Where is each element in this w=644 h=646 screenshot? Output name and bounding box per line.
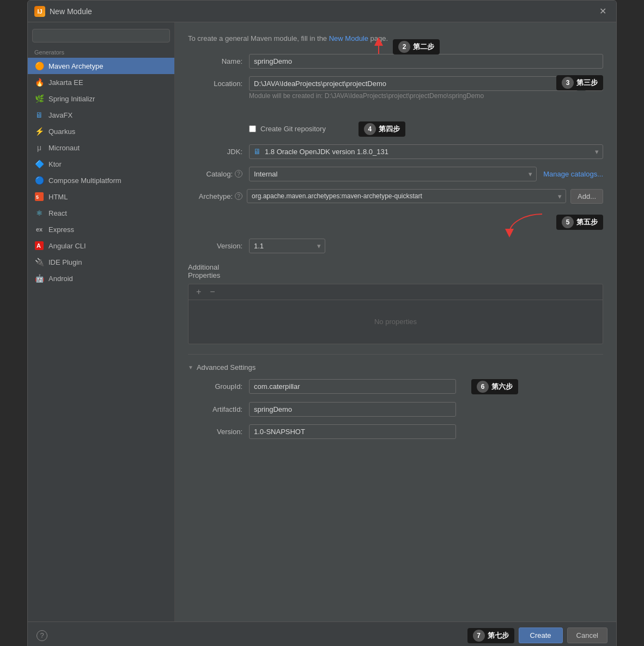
javafx-icon: 🖥 <box>34 110 44 120</box>
sidebar-label-express: Express <box>48 226 74 234</box>
maven-icon: 🟠 <box>34 61 44 71</box>
step5-label: 第五步 <box>576 217 598 227</box>
advanced-settings-section: ▼ Advanced Settings GroupId: 6 第六步 Artif… <box>188 354 603 439</box>
location-input[interactable] <box>249 76 578 91</box>
catalog-help-icon[interactable]: ? <box>235 170 242 178</box>
sidebar-label-spring: Spring Initializr <box>48 95 95 103</box>
add-property-button[interactable]: + <box>194 288 203 296</box>
step3-label: 第三步 <box>576 78 598 88</box>
archetype-row: Archetype: ? org.apache.maven.archetypes… <box>188 189 603 204</box>
sidebar-item-ktor[interactable]: 🔷 Ktor <box>28 156 174 172</box>
module-path-info: Module will be created in: D:\JAVA\IdeaP… <box>249 92 603 100</box>
add-archetype-button[interactable]: Add... <box>570 189 603 204</box>
step6-badge: 6 第六步 <box>471 379 518 394</box>
create-button[interactable]: Create <box>519 627 563 643</box>
additional-props-title: Additional Properties <box>188 263 242 279</box>
step4-badge: 4 第四步 <box>359 121 405 137</box>
jdk-select-wrapper: 🖥 1.8 Oracle OpenJDK version 1.8.0_131 ▾ <box>249 144 603 159</box>
quarkus-icon: ⚡ <box>34 126 44 136</box>
step7-circle: 7 <box>473 630 485 642</box>
android-icon: 🤖 <box>34 273 44 283</box>
app-icon: IJ <box>34 6 45 17</box>
step3-badge: 3 第三步 <box>556 75 603 90</box>
archetype-select[interactable]: org.apache.maven.archetypes:maven-archet… <box>247 189 566 203</box>
express-icon: ex <box>34 224 44 234</box>
sidebar-item-spring-initializr[interactable]: 🌿 Spring Initializr <box>28 90 174 107</box>
jdk-label: JDK: <box>188 148 242 156</box>
advanced-settings-title: Advanced Settings <box>197 363 256 371</box>
generators-label: Generators <box>28 47 174 58</box>
step7-badge: 7 第七步 <box>467 628 514 643</box>
new-module-dialog: IJ New Module ✕ Generators 🟠 Maven Arche… <box>27 0 617 646</box>
step7-label: 第七步 <box>488 631 509 641</box>
sidebar-label-android: Android <box>48 275 73 283</box>
remove-property-button[interactable]: − <box>208 288 217 296</box>
artifactid-row: ArtifactId: <box>188 402 603 417</box>
svg-text:5: 5 <box>36 194 39 200</box>
advanced-settings-header[interactable]: ▼ Advanced Settings <box>188 363 603 371</box>
adv-version-input[interactable] <box>249 424 456 439</box>
spring-icon: 🌿 <box>34 94 44 103</box>
catalog-select[interactable]: Internal <box>249 167 537 181</box>
sidebar-item-quarkus[interactable]: ⚡ Quarkus <box>28 123 174 139</box>
cancel-button[interactable]: Cancel <box>567 627 607 643</box>
adv-version-row: Version: <box>188 424 603 439</box>
svg-text:A: A <box>37 242 41 249</box>
step5-badge: 5 第五步 <box>556 215 603 230</box>
location-row: Location: <box>188 76 603 91</box>
jdk-select[interactable]: 1.8 Oracle OpenJDK version 1.8.0_131 <box>249 144 603 159</box>
step2-badge: 2 第二步 <box>393 39 440 54</box>
sidebar-item-angular-cli[interactable]: A Angular CLI <box>28 237 174 254</box>
step2-label: 第二步 <box>413 42 434 52</box>
groupid-label: GroupId: <box>188 382 242 391</box>
search-input[interactable] <box>32 29 170 42</box>
jakarta-icon: 🔥 <box>34 77 44 87</box>
name-row: Name: <box>188 54 603 69</box>
sidebar-item-express[interactable]: ex Express <box>28 221 174 237</box>
step4-label: 第四步 <box>379 124 400 134</box>
dialog-title: New Module <box>50 7 92 16</box>
sidebar-label-compose: Compose Multiplatform <box>48 176 121 185</box>
main-content: To create a general Maven module, fill i… <box>175 22 616 621</box>
micronaut-icon: μ <box>34 143 44 153</box>
close-button[interactable]: ✕ <box>596 5 610 17</box>
sidebar-item-compose-multiplatform[interactable]: 🔵 Compose Multiplatform <box>28 172 174 188</box>
sidebar-item-javafx[interactable]: 🖥 JavaFX <box>28 107 174 123</box>
sidebar-item-android[interactable]: 🤖 Android <box>28 270 174 287</box>
title-bar: IJ New Module ✕ <box>28 1 616 22</box>
sidebar-item-micronaut[interactable]: μ Micronaut <box>28 139 174 156</box>
groupid-input[interactable] <box>249 379 456 394</box>
version-label: Version: <box>188 242 242 250</box>
sidebar-item-react[interactable]: ⚛ React <box>28 205 174 221</box>
name-input[interactable] <box>249 54 603 69</box>
angular-icon: A <box>34 241 44 251</box>
sidebar-label-javafx: JavaFX <box>48 111 72 119</box>
sidebar-item-html[interactable]: 5 HTML <box>28 188 174 205</box>
sidebar-label-html: HTML <box>48 193 68 201</box>
react-icon: ⚛ <box>34 208 44 218</box>
artifactid-input[interactable] <box>249 402 456 417</box>
sidebar-label-ktor: Ktor <box>48 160 62 168</box>
groupid-row: GroupId: 6 第六步 <box>188 379 603 394</box>
git-repo-label[interactable]: Create Git repository <box>260 125 326 133</box>
archetype-help-icon[interactable]: ? <box>235 192 242 200</box>
step3-area: 3 第三步 <box>188 105 603 116</box>
step5-circle: 5 <box>562 216 574 228</box>
sidebar-item-maven-archetype[interactable]: 🟠 Maven Archetype <box>28 58 174 74</box>
new-module-link[interactable]: New Module <box>329 34 368 42</box>
catalog-label: Catalog: ? <box>188 170 242 178</box>
footer-help-icon[interactable]: ? <box>37 630 47 641</box>
props-toolbar: + − <box>189 284 603 300</box>
sidebar-label-jakarta: Jakarta EE <box>48 78 83 87</box>
sidebar: Generators 🟠 Maven Archetype 🔥 Jakarta E… <box>28 22 175 621</box>
git-repo-checkbox[interactable] <box>249 125 256 132</box>
step5-arrow <box>499 211 553 233</box>
name-label: Name: <box>188 57 242 65</box>
dialog-footer: ? 7 第七步 Create Cancel <box>28 621 616 646</box>
version-select[interactable]: 1.1 <box>249 239 325 253</box>
sidebar-item-jakarta-ee[interactable]: 🔥 Jakarta EE <box>28 74 174 90</box>
manage-catalogs-link[interactable]: Manage catalogs... <box>543 170 603 178</box>
sidebar-item-ide-plugin[interactable]: 🔌 IDE Plugin <box>28 254 174 270</box>
additional-properties-section: + − No properties <box>188 284 603 344</box>
ktor-icon: 🔷 <box>34 159 44 169</box>
